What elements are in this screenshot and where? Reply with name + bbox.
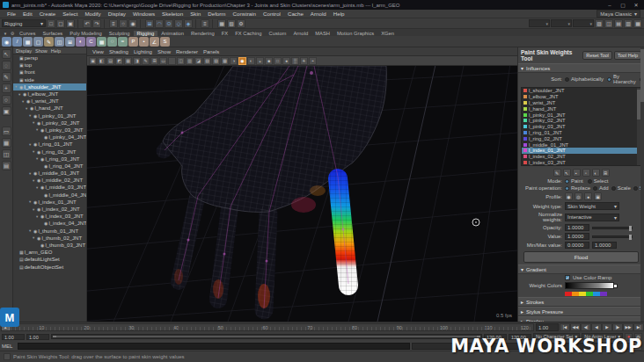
layout-four-pane-icon[interactable]: ▦ (2, 138, 11, 148)
step-forward-frame-button[interactable]: ▶▶ (623, 323, 633, 331)
outliner-item[interactable]: ▾ ◉ l_thumb_02_JNT (13, 235, 86, 242)
rotate-tool-icon[interactable]: ○ (2, 95, 11, 105)
select-hierarchy-icon[interactable]: ≡ (109, 19, 118, 28)
radio-icon[interactable] (565, 77, 569, 82)
snap-to-point-icon[interactable]: ⊙ (165, 19, 173, 28)
object-details-icon[interactable]: ▩ (221, 57, 229, 65)
outliner-item[interactable]: ◉ l_thumb_03_JNT (13, 242, 86, 249)
outliner-item[interactable]: ▣ side (13, 76, 86, 83)
shelf-wrap-icon[interactable]: ◌ (107, 37, 117, 47)
make-live-icon[interactable]: ◈ (184, 19, 193, 28)
playback-start-field[interactable]: 1.00 (26, 334, 49, 340)
paint-operation-option[interactable]: Replace (565, 185, 590, 191)
resolution-gate-icon[interactable] (168, 57, 176, 65)
select-mask-hierarchy-field[interactable]: ▾ (529, 19, 550, 27)
value-slider[interactable] (592, 235, 633, 238)
menu-item[interactable]: Deform (204, 11, 229, 17)
menu-item[interactable]: Create (36, 11, 60, 17)
value-field[interactable]: 1.0000 (565, 233, 589, 240)
snap-to-grid-icon[interactable]: ⊞ (145, 19, 154, 28)
tool-help-button[interactable]: Tool Help (614, 51, 641, 60)
opacity-field[interactable]: 1.0000 (565, 224, 589, 231)
open-scene-icon[interactable]: ▢ (56, 19, 65, 28)
ramp-preset-swatch[interactable] (600, 292, 607, 296)
render-icon[interactable]: ▦ (217, 19, 226, 28)
influence-row[interactable]: l_index_03_JNT (522, 160, 640, 166)
scale-tool-icon[interactable]: ▣ (2, 106, 11, 116)
command-language-toggle[interactable]: MEL (2, 344, 16, 349)
brush-soft-icon[interactable]: ◎ (574, 192, 582, 200)
outliner-item[interactable]: ▾ ◉ l_ring_02_JNT (13, 148, 86, 155)
weight-color-ramp[interactable] (565, 282, 614, 289)
viewport-menu-item[interactable]: Panels (201, 49, 222, 54)
viewport-menu-item[interactable]: Show (155, 49, 173, 54)
gate-mask-icon[interactable]: ◫ (177, 57, 185, 65)
menu-item[interactable]: Constrain (230, 11, 260, 17)
outliner-item[interactable]: ▾ ◉ l_middle_01_JNT (13, 170, 86, 177)
sort-option[interactable]: Alphabetically (565, 74, 604, 84)
bookmarks-icon[interactable]: ◩ (115, 57, 123, 65)
influence-row[interactable]: l_pinky_01_JNT (522, 112, 640, 118)
influence-row[interactable]: l_elbow_JNT (522, 94, 640, 100)
outliner-item[interactable]: ▾ ◉ l_elbow_JNT (13, 90, 86, 98)
go-to-end-button[interactable]: ▶| (633, 323, 644, 331)
attribute-editor-toggle-icon[interactable]: ▤ (614, 19, 623, 28)
statusline-divider[interactable] (140, 19, 143, 28)
influence-row[interactable]: l_middle_01_JNT (522, 141, 640, 148)
range-slider[interactable] (51, 334, 482, 339)
ramp-preset-swatch[interactable] (593, 292, 600, 296)
menu-set-selector[interactable]: Rigging ▾ (2, 19, 46, 27)
mode-option[interactable]: Select (588, 178, 609, 184)
select-mask-component-field[interactable]: ▾ (573, 19, 594, 27)
film-gate-icon[interactable]: ▭ (159, 57, 167, 65)
brush-solid-icon[interactable]: ● (584, 192, 592, 200)
shelf-lattice-icon[interactable]: ▦ (97, 37, 106, 47)
menu-item[interactable]: Cache (284, 11, 307, 17)
paint-operation-option[interactable]: Scale (611, 185, 631, 191)
2d-pan-zoom-icon[interactable]: ◨ (133, 57, 141, 65)
opacity-slider[interactable] (592, 227, 633, 229)
shelf-delta-mush-icon[interactable]: ≈ (118, 37, 128, 47)
outliner-item[interactable]: ◉ l_index_04_JNT (13, 220, 86, 227)
influence-row[interactable]: l_index_01_JNT (522, 148, 640, 154)
select-camera-icon[interactable]: ▣ (89, 57, 97, 65)
shelf-point-constraint-icon[interactable]: • (139, 37, 149, 47)
ramp-key-handle[interactable] (613, 284, 618, 288)
statusline-divider[interactable] (195, 19, 198, 28)
menu-item[interactable]: Display (105, 11, 129, 17)
collapsed-section-header[interactable]: ▸ Stylus Pressure (518, 307, 644, 316)
shelf-joint-tool-icon[interactable]: ◉ (2, 37, 11, 47)
construction-history-icon[interactable]: ≡ (201, 19, 209, 28)
radio-icon[interactable] (593, 186, 597, 191)
outliner-item[interactable]: ▾ ◉ l_pinky_01_JNT (13, 112, 86, 119)
shelf-blend-shape-icon[interactable]: ◐ (76, 37, 85, 47)
menu-item[interactable]: Modify (81, 11, 104, 17)
camera-attributes-icon[interactable]: ▤ (106, 57, 114, 65)
outliner-item[interactable]: ▤ defaultLightSet (13, 256, 86, 263)
ramp-preset-swatch[interactable] (572, 292, 579, 296)
smooth-shade-icon[interactable]: ● (282, 57, 290, 65)
menu-item[interactable]: Edit (19, 11, 36, 17)
influence-row[interactable]: l_pinky_03_JNT (522, 124, 640, 130)
outliner-menu-item[interactable]: Show (35, 48, 48, 53)
ramp-preset-swatch[interactable] (586, 292, 593, 296)
brush-gaussian-icon[interactable]: ◉ (565, 192, 573, 200)
menu-item[interactable]: Arnold (307, 11, 330, 17)
mode-option[interactable]: Paint (565, 178, 583, 184)
viewport-menu-item[interactable]: Renderer (173, 49, 201, 54)
grease-pencil-icon[interactable]: ✎ (142, 57, 150, 65)
shelf-parent-constraint-icon[interactable]: P (128, 37, 138, 47)
sort-option[interactable]: By Hierarchy (607, 74, 636, 84)
redo-icon[interactable]: ↷ (92, 19, 101, 28)
outliner-item[interactable]: ◉ l_ring_04_JNT (13, 163, 86, 170)
tool-panel-scrollbar[interactable] (640, 47, 644, 322)
shelf-cluster-icon[interactable]: C (86, 37, 96, 47)
snap-to-curve-icon[interactable]: ◠ (155, 19, 164, 28)
xray-joints-icon[interactable]: ◉ (238, 57, 246, 65)
influence-row[interactable]: l_ring_02_JNT (522, 135, 640, 141)
outliner-item[interactable]: ▣ front (13, 69, 86, 76)
paint-select-tool-icon[interactable]: ✎ (2, 72, 11, 82)
collapsed-section-header[interactable]: ▸ Strokes (518, 297, 644, 307)
play-forward-button[interactable]: ▶ (602, 323, 612, 331)
viewport-canvas[interactable]: 0.5 fps (87, 66, 517, 322)
